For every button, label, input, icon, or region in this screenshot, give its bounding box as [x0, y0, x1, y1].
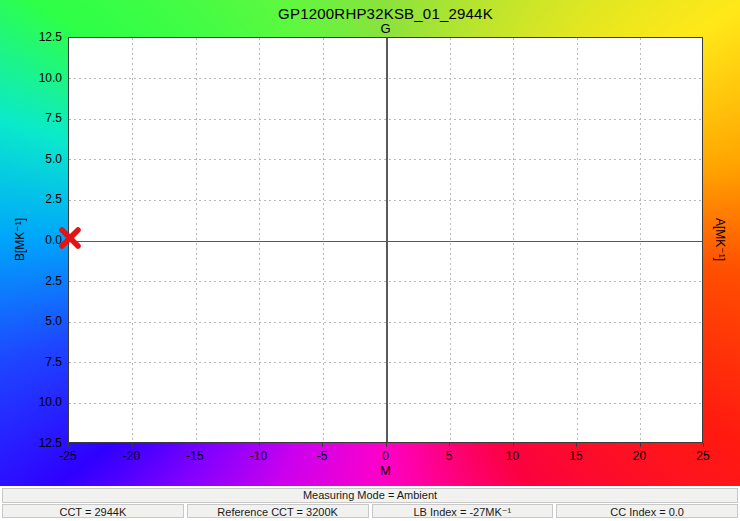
y-tick-label: 2.5 — [0, 192, 62, 206]
horizontal-gridline — [69, 322, 702, 323]
measuring-mode-bar: Measuring Mode = Ambient — [2, 488, 738, 503]
horizontal-gridline — [69, 403, 702, 404]
y-tick-label: 7.5 — [0, 111, 62, 125]
y-tick-label: 10.0 — [0, 71, 62, 85]
horizontal-gridline — [69, 362, 702, 363]
measurement-x-marker — [58, 226, 82, 250]
x-tick-mark — [195, 443, 196, 447]
plot-area — [68, 37, 703, 443]
x-tick-mark — [322, 443, 323, 447]
x-tick-label: -25 — [46, 449, 90, 463]
x-tick-mark — [386, 443, 387, 447]
readout-cells: CCT = 2944KReference CCT = 3200KLB Index… — [2, 504, 738, 518]
chart-title: GP1200RHP32KSB_01_2944K — [68, 5, 703, 22]
y-tick-label: 10.0 — [0, 395, 62, 409]
y-tick-label: 12.5 — [0, 436, 62, 450]
x-tick-mark — [513, 443, 514, 447]
x-tick-label: 25 — [681, 449, 725, 463]
y-tick-label: 5.0 — [0, 314, 62, 328]
x-tick-label: 0 — [364, 449, 408, 463]
readout-cell: CCT = 2944K — [2, 504, 184, 518]
color-meter-screen: GP1200RHP32KSB_01_2944K G B[MK⁻¹] A[MK⁻¹… — [0, 0, 740, 521]
horizontal-gridline — [69, 119, 702, 120]
x-tick-label: -5 — [300, 449, 344, 463]
y-tick-label: 7.5 — [0, 355, 62, 369]
readout-cell: Reference CCT = 3200K — [187, 504, 369, 518]
axis-label-amber: A[MK⁻¹] — [713, 218, 727, 261]
horizontal-gridline — [69, 281, 702, 282]
x-tick-mark — [132, 443, 133, 447]
x-tick-mark — [640, 443, 641, 447]
axis-label-magenta: M — [68, 463, 703, 478]
axis-label-green: G — [68, 21, 703, 36]
y-tick-label: 0.0 — [0, 233, 62, 247]
readout-cell: CC Index = 0.0 — [556, 504, 738, 518]
x-tick-mark — [449, 443, 450, 447]
y-tick-label: 2.5 — [0, 274, 62, 288]
horizontal-gridline — [69, 78, 702, 79]
x-tick-label: 5 — [427, 449, 471, 463]
x-tick-mark — [259, 443, 260, 447]
horizontal-gridline — [69, 159, 702, 160]
y-tick-label: 5.0 — [0, 152, 62, 166]
x-tick-label: 15 — [554, 449, 598, 463]
right-axis-label-box: A[MK⁻¹] — [706, 37, 734, 443]
y-zero-axis-line — [69, 241, 702, 243]
readout-cell: LB Index = -27MK⁻¹ — [372, 504, 554, 518]
horizontal-gridline — [69, 200, 702, 201]
x-tick-mark — [68, 443, 69, 447]
y-tick-label: 12.5 — [0, 30, 62, 44]
x-tick-label: -20 — [110, 449, 154, 463]
x-tick-mark — [576, 443, 577, 447]
x-tick-label: -10 — [237, 449, 281, 463]
x-tick-label: 10 — [491, 449, 535, 463]
x-tick-label: -15 — [173, 449, 217, 463]
x-tick-label: 20 — [618, 449, 662, 463]
x-tick-mark — [703, 443, 704, 447]
